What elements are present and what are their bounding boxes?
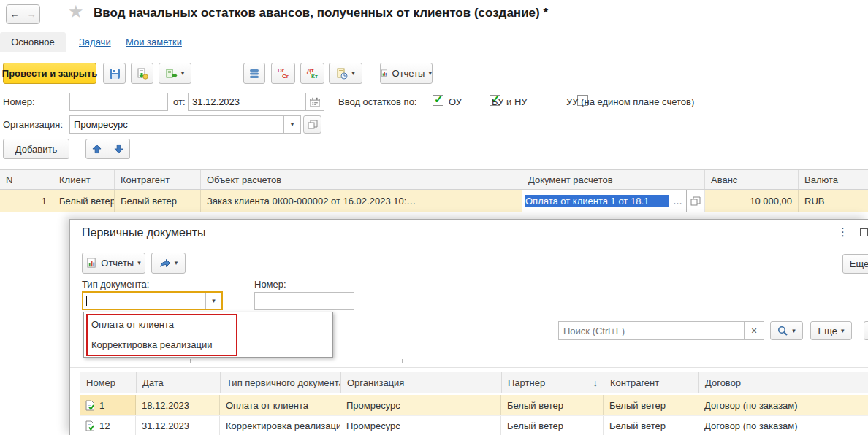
checkbox-bu-nu-label: БУ и НУ: [492, 96, 528, 107]
dialog-title: Первичные документы: [82, 226, 206, 239]
save-button[interactable]: [103, 63, 126, 84]
organization-dropdown-button[interactable]: ▾: [283, 116, 300, 133]
column-header-client[interactable]: Клиент: [53, 170, 115, 189]
separator-line: [70, 367, 868, 368]
favorite-star-icon[interactable]: ★: [68, 1, 84, 22]
search-field: ×: [558, 321, 764, 340]
dt-kt-button[interactable]: ДтКт: [300, 63, 324, 84]
send-arrow-icon: [159, 258, 171, 269]
cell-contract: Договор (по заказам): [698, 395, 868, 415]
hidden-checkbox-fragment: [180, 359, 191, 363]
organization-field: ▾: [69, 115, 301, 134]
caret-down-icon: ▾: [212, 298, 216, 304]
caret-down-icon: ▾: [137, 260, 141, 266]
dialog-reports-label: Отчеты: [101, 258, 134, 269]
doc-type-input[interactable]: [83, 293, 205, 309]
column-header-settlement-object[interactable]: Объект расчетов: [201, 170, 522, 189]
selected-text: Оплата от клиента 1 от 18.1: [525, 195, 669, 207]
cell-client: Белый ветер: [53, 190, 115, 212]
column-header-advance[interactable]: Аванс: [705, 170, 799, 189]
list-more-label: Еще: [818, 326, 837, 336]
search-input[interactable]: [559, 322, 744, 339]
reports-label: Отчеты: [392, 68, 425, 79]
organization-input[interactable]: [70, 116, 283, 133]
checkbox-ou[interactable]: ✓: [433, 95, 443, 106]
organization-open-button[interactable]: [303, 115, 321, 134]
main-table-row[interactable]: 1 Белый ветер Белый ветер Заказ клиента …: [0, 190, 868, 212]
create-based-on-icon: [166, 68, 178, 80]
app-window: ← → ★ Ввод начальных остатков авансов, п…: [0, 0, 868, 435]
dialog-reports-button[interactable]: Отчеты ▾: [82, 253, 145, 274]
dropdown-item-correction[interactable]: Корректировка реализации: [91, 336, 212, 354]
kebab-menu-icon[interactable]: ⋮: [837, 226, 848, 239]
clipped-button[interactable]: [864, 321, 868, 340]
maximize-icon[interactable]: [860, 228, 868, 236]
edo-button[interactable]: ▾: [151, 253, 186, 274]
calendar-button[interactable]: [305, 93, 324, 110]
move-up-button[interactable]: [85, 139, 108, 159]
caret-down-icon: ▾: [181, 70, 185, 77]
cell-settlement-object: Заказ клиента 0К00-000002 от 16.02.2023 …: [201, 190, 522, 212]
reports-button[interactable]: Отчеты ▾: [380, 63, 433, 84]
doc-type-combo[interactable]: ▾: [82, 291, 223, 310]
post-and-close-label: Провести и закрыть: [2, 68, 97, 79]
save-icon: [109, 68, 121, 80]
column-header-counterparty2[interactable]: Контрагент: [604, 372, 699, 393]
open-document-button[interactable]: [686, 190, 704, 212]
column-header-date[interactable]: Дата: [137, 372, 221, 393]
back-button[interactable]: ←: [7, 5, 23, 23]
report-icon: [86, 258, 97, 269]
hidden-input-fragment: [197, 359, 403, 363]
cell-doc-type: Корректировка реализации: [220, 416, 340, 435]
cell-date: 18.12.2023: [136, 395, 220, 415]
report-icon: [381, 68, 389, 79]
column-header-contract[interactable]: Договор: [699, 372, 868, 393]
dr-cr-button[interactable]: DrCr: [271, 63, 295, 84]
forward-button[interactable]: →: [23, 5, 39, 23]
move-down-button[interactable]: [107, 139, 130, 159]
sort-desc-icon: ↓: [593, 377, 598, 388]
doc-type-label: Тип документа:: [82, 279, 149, 290]
list-more-button[interactable]: Еще ▾: [810, 321, 852, 340]
cell-settlement-document-editor[interactable]: Оплата от клиента 1 от 18.1 …: [522, 190, 705, 212]
caret-down-icon: ▾: [175, 260, 178, 266]
column-header-n[interactable]: N: [0, 170, 53, 189]
dialog-table-row[interactable]: 1 18.12.2023 Оплата от клиента Промресур…: [80, 395, 868, 415]
balances-by-label: Ввод остатков по:: [338, 96, 416, 107]
cell-partner: Белый ветер: [501, 395, 604, 415]
cell-advance: 10 000,00: [705, 190, 799, 212]
dialog-more-label: Еще: [850, 258, 868, 269]
column-header-counterparty[interactable]: Контрагент: [115, 170, 201, 189]
open-link-icon: [308, 120, 318, 129]
number-input[interactable]: [69, 93, 168, 111]
date-input[interactable]: [189, 93, 305, 110]
column-header-partner[interactable]: Партнер ↓: [502, 372, 604, 393]
search-button[interactable]: ▾: [770, 321, 803, 340]
document-journal-button[interactable]: ▾: [329, 63, 362, 84]
tab-tasks[interactable]: Задачи: [79, 36, 111, 47]
column-header-number[interactable]: Номер: [80, 372, 137, 393]
registers-button[interactable]: [243, 63, 265, 84]
dialog-more-button[interactable]: Еще: [842, 254, 868, 274]
post-and-close-button[interactable]: Провести и закрыть: [3, 63, 96, 84]
page-title: Ввод начальных остатков авансов, получен…: [94, 6, 548, 20]
column-header-currency[interactable]: Валюта: [799, 170, 868, 189]
tab-my-notes[interactable]: Мои заметки: [126, 36, 182, 47]
forward-icon: →: [27, 9, 37, 20]
post-document-button[interactable]: [131, 63, 153, 84]
dropdown-item-payment[interactable]: Оплата от клиента: [91, 316, 174, 334]
column-header-doc-type[interactable]: Тип первичного документа: [221, 372, 341, 393]
column-header-organization[interactable]: Организация: [341, 372, 502, 393]
create-based-on-button[interactable]: ▾: [159, 63, 191, 84]
tab-main[interactable]: Основное: [0, 32, 66, 52]
cell-organization: Промресурс: [340, 395, 501, 415]
partner-header-label: Партнер: [508, 377, 545, 388]
dialog-table-row[interactable]: 12 31.12.2023 Корректировка реализации П…: [80, 415, 868, 435]
column-header-settlement-document[interactable]: Документ расчетов: [522, 170, 705, 189]
doc-type-dropdown-button[interactable]: ▾: [205, 293, 221, 309]
choose-button[interactable]: …: [669, 190, 686, 212]
dialog-number-input[interactable]: [254, 292, 354, 310]
main-table-header: N Клиент Контрагент Объект расчетов Доку…: [0, 169, 868, 190]
add-row-button[interactable]: Добавить: [3, 139, 69, 159]
clear-search-button[interactable]: ×: [744, 322, 764, 339]
